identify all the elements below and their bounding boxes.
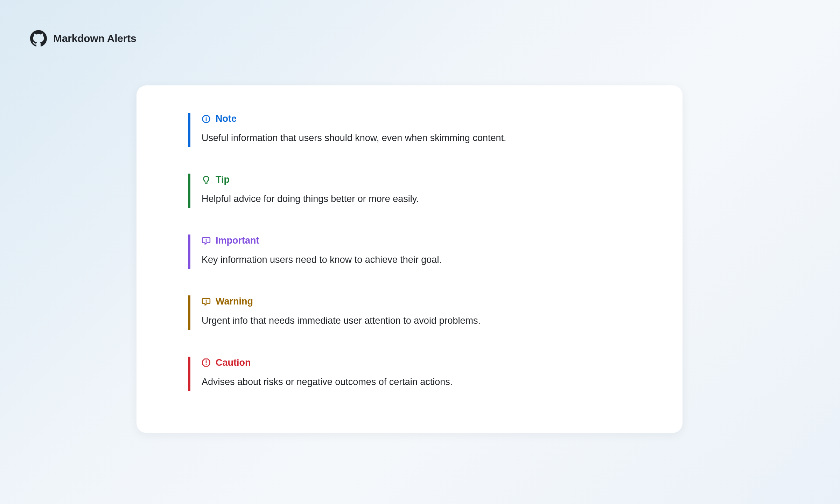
svg-point-10 [206,364,207,365]
alert-caution-header: Caution [202,358,631,368]
alert-important-title: Important [216,236,259,245]
alert-warning-header: Warning [202,297,631,306]
alert-note-header: Note [202,114,631,124]
comment-alert-icon [202,236,211,245]
svg-point-2 [206,117,207,118]
alert-important-header: Important [202,236,631,245]
alert-note-title: Note [216,114,237,124]
alert-note: Note Useful information that users shoul… [188,113,631,147]
page-title: Markdown Alerts [53,33,136,44]
alert-tip-title: Tip [216,175,230,184]
alert-caution: Caution Advises about risks or negative … [188,357,631,391]
alerts-card: Note Useful information that users shoul… [136,85,682,433]
comment-alert-icon [202,297,211,306]
alert-tip-body: Helpful advice for doing things better o… [202,192,631,206]
alert-warning: Warning Urgent info that needs immediate… [188,295,631,330]
alert-important: Important Key information users need to … [188,234,631,269]
info-icon [202,114,211,124]
svg-point-5 [206,241,207,242]
alert-note-body: Useful information that users should kno… [202,131,631,145]
alert-caution-title: Caution [216,358,251,368]
lightbulb-icon [202,175,211,184]
alert-important-body: Key information users need to know to ac… [202,253,631,267]
alert-warning-body: Urgent info that needs immediate user at… [202,314,631,328]
alert-warning-title: Warning [216,297,253,306]
stop-icon [202,358,211,367]
alert-tip-header: Tip [202,175,631,184]
alert-tip: Tip Helpful advice for doing things bett… [188,174,631,208]
page-header: Markdown Alerts [30,30,136,47]
github-logo-icon [30,30,47,47]
svg-point-7 [206,302,207,303]
alert-caution-body: Advises about risks or negative outcomes… [202,375,631,389]
